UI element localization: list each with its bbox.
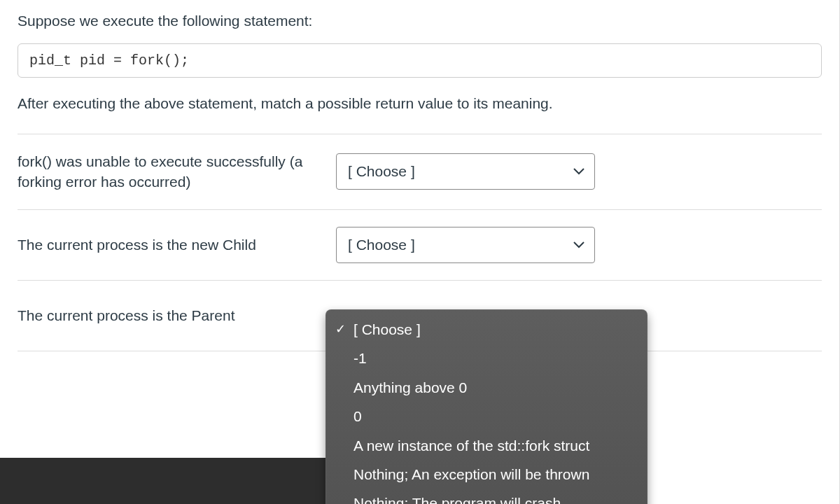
dropdown-option-label: Anything above 0 xyxy=(354,379,467,396)
chevron-down-icon xyxy=(573,167,584,176)
dropdown-option-label: [ Choose ] xyxy=(354,321,421,337)
select-wrap: [ Choose ] xyxy=(336,227,595,263)
select-value: [ Choose ] xyxy=(348,237,415,253)
dropdown-option-label: A new instance of the std::fork struct xyxy=(354,438,589,454)
dropdown-option[interactable]: 0 xyxy=(326,402,648,430)
dropdown-menu[interactable]: ✓ [ Choose ] -1 Anything above 0 0 A new… xyxy=(326,309,648,504)
dropdown-option-label: Nothing; The program will crash xyxy=(354,495,561,504)
dropdown-option[interactable]: A new instance of the std::fork struct xyxy=(326,431,648,460)
select-wrap: [ Choose ] xyxy=(336,153,595,190)
select-fork-error[interactable]: [ Choose ] xyxy=(336,153,595,190)
dropdown-option[interactable]: Anything above 0 xyxy=(326,373,648,402)
select-child[interactable]: [ Choose ] xyxy=(336,227,595,263)
dropdown-option[interactable]: Nothing; The program will crash xyxy=(326,489,648,504)
chevron-down-icon xyxy=(573,241,584,249)
match-row: The current process is the new Child [ C… xyxy=(18,210,822,281)
match-prompt-child: The current process is the new Child xyxy=(18,234,336,255)
dropdown-option[interactable]: -1 xyxy=(326,344,648,372)
select-value: [ Choose ] xyxy=(348,163,415,180)
footer-bar xyxy=(0,458,326,504)
dropdown-option[interactable]: Nothing; An exception will be thrown xyxy=(326,460,648,489)
instruction-text: After executing the above statement, mat… xyxy=(18,93,822,113)
dropdown-option-label: 0 xyxy=(354,408,362,424)
intro-text: Suppose we execute the following stateme… xyxy=(18,10,822,31)
match-row: fork() was unable to execute successfull… xyxy=(18,134,822,210)
check-icon: ✓ xyxy=(335,321,346,338)
dropdown-option-selected[interactable]: ✓ [ Choose ] xyxy=(326,315,648,344)
dropdown-option-label: Nothing; An exception will be thrown xyxy=(354,466,589,482)
dropdown-option-label: -1 xyxy=(354,350,367,366)
match-prompt-parent: The current process is the Parent xyxy=(18,305,336,326)
code-block: pid_t pid = fork(); xyxy=(18,43,822,78)
match-prompt-fork-error: fork() was unable to execute successfull… xyxy=(18,151,336,192)
